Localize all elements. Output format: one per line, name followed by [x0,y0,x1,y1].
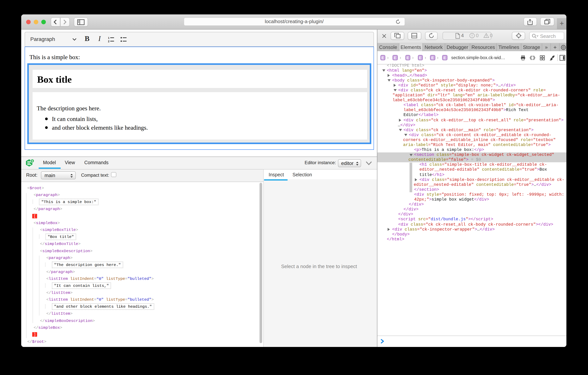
svg-text:1: 1 [108,36,109,39]
svg-text:5: 5 [32,159,33,162]
svg-text:2: 2 [108,40,109,43]
